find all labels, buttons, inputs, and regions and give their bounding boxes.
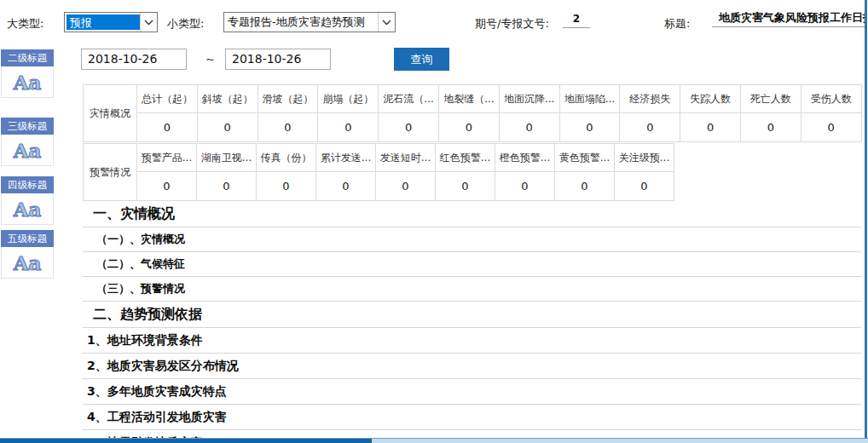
outline-section-title: 1、地址环境背景条件 [87, 333, 203, 348]
major-type-label: 大类型: [7, 16, 43, 32]
date-to-input[interactable]: 2018-10-26 [225, 49, 331, 70]
sidebar-item-body[interactable]: Aa [1, 193, 54, 225]
table-cell-value: 0 [438, 113, 499, 142]
table-column-header: 地裂缝（... [438, 85, 499, 113]
sidebar-item-body[interactable]: Aa [1, 247, 54, 279]
table-column-header: 传真（份） [257, 144, 316, 172]
table-cell-value: 0 [680, 113, 741, 142]
table-column-header: 泥石流（... [379, 85, 439, 113]
document-outline: 一、灾情概况（一）、灾情概况（二）、气候特征（三）、预警情况二、趋势预测依据1、… [83, 201, 861, 443]
table-column-header: 失踪人数 [680, 85, 741, 113]
table-cell-value: 0 [615, 172, 674, 201]
table-cell-value: 0 [197, 113, 258, 142]
chevron-down-icon[interactable] [378, 13, 395, 32]
text-style-aa-icon: Aa [14, 141, 42, 160]
summary-table-warning: 预警情况预警产品...湖南卫视...传真（份）累计发送...发送短时...红色预… [83, 143, 674, 201]
text-style-aa-icon: Aa [14, 199, 42, 219]
outline-section-row[interactable]: 2、地质灾害易发区分布情况 [83, 354, 861, 379]
table-cell-value: 0 [137, 113, 198, 142]
date-range-separator: ~ [205, 53, 215, 66]
table-row-label: 预警情况 [84, 144, 137, 201]
table-column-header: 地面沉降... [499, 85, 559, 113]
horizontal-scrollbar-track[interactable] [372, 439, 868, 443]
sidebar-item-h4[interactable]: 四级标题Aa [1, 176, 54, 225]
table-cell-value: 0 [801, 113, 861, 142]
panel-right-border [865, 0, 867, 443]
table-column-header: 地面塌陷... [559, 85, 620, 113]
table-column-header: 累计发送... [316, 144, 376, 172]
sidebar-item-label[interactable]: 三级标题 [1, 118, 54, 135]
table-cell-value: 0 [379, 113, 439, 142]
outline-section-row[interactable]: 一、灾情概况 [83, 201, 861, 227]
table-column-header: 湖南卫视... [197, 144, 257, 172]
issue-number-label: 期号/专报文号: [475, 16, 549, 32]
sidebar-item-body[interactable]: Aa [1, 135, 54, 166]
table-column-header: 滑坡（起） [258, 85, 318, 113]
table-column-header: 红色预警... [436, 144, 495, 172]
title-field[interactable]: 地质灾害气象风险预报工作日报 [712, 9, 866, 27]
outline-section-title: （三）、预警情况 [96, 281, 185, 296]
sidebar-item-h2[interactable]: 二级标题Aa [1, 49, 54, 98]
sidebar-item-label[interactable]: 二级标题 [1, 49, 54, 66]
chevron-down-icon[interactable] [140, 13, 157, 32]
date-from-input[interactable]: 2018-10-26 [81, 49, 187, 70]
table-column-header: 总计（起） [137, 85, 198, 113]
outline-section-title: 一、灾情概况 [93, 205, 175, 223]
outline-section-title: 3、多年地质灾害成灾特点 [87, 384, 227, 400]
table-cell-value: 0 [740, 113, 801, 142]
outline-section-title: （二）、气候特征 [96, 256, 185, 272]
outline-section-title: 二、趋势预测依据 [93, 306, 202, 324]
table-cell-value: 0 [436, 172, 495, 201]
sidebar-item-label[interactable]: 五级标题 [1, 230, 54, 247]
outline-section-row[interactable]: （二）、气候特征 [83, 252, 861, 277]
table-column-header: 预警产品... [137, 144, 197, 172]
minor-type-value: 专题报告-地质灾害趋势预测 [224, 14, 378, 31]
table-column-header: 发送短时... [376, 144, 436, 172]
table-cell-value: 0 [495, 172, 555, 201]
report-editor-page: 大类型: 预报 小类型: 专题报告-地质灾害趋势预测 期号/专报文号: 2 标题… [0, 0, 868, 443]
outline-section-row[interactable]: 3、多年地质灾害成灾特点 [83, 379, 861, 405]
table-cell-value: 0 [620, 113, 680, 142]
major-type-select[interactable]: 预报 [64, 12, 158, 32]
table-column-header: 受伤人数 [801, 85, 861, 113]
text-style-aa-icon: Aa [14, 253, 42, 273]
sidebar-item-body[interactable]: Aa [1, 66, 54, 98]
table-column-header: 黄色预警... [555, 144, 615, 172]
minor-type-select[interactable]: 专题报告-地质灾害趋势预测 [223, 12, 396, 32]
table-column-header: 斜坡（起） [197, 85, 258, 113]
outline-section-row[interactable]: 4、工程活动引发地质灾害 [83, 405, 861, 430]
table-cell-value: 0 [559, 113, 620, 142]
summary-table-disaster: 灾情概况总计（起）斜坡（起）滑坡（起）崩塌（起）泥石流（...地裂缝（...地面… [83, 84, 862, 142]
outline-section-row[interactable]: （一）、灾情概况 [83, 227, 861, 252]
table-cell-value: 0 [258, 113, 318, 142]
sidebar-item-h3[interactable]: 三级标题Aa [1, 118, 54, 166]
table-cell-value: 0 [499, 113, 559, 142]
table-cell-value: 0 [555, 172, 615, 201]
table-cell-value: 0 [257, 172, 316, 201]
table-column-header: 橙色预警... [495, 144, 555, 172]
table-cell-value: 0 [137, 172, 197, 201]
sidebar-item-h5[interactable]: 五级标题Aa [1, 230, 54, 279]
table-column-header: 经济损失 [620, 85, 680, 113]
table-cell-value: 0 [318, 113, 379, 142]
major-type-value: 预报 [67, 14, 140, 30]
text-style-aa-icon: Aa [14, 72, 42, 92]
query-button[interactable]: 查询 [394, 48, 449, 71]
title-label: 标题: [664, 16, 690, 32]
table-cell-value: 0 [376, 172, 436, 201]
table-column-header: 死亡人数 [740, 85, 801, 113]
outline-section-row[interactable]: （三）、预警情况 [83, 277, 861, 302]
table-column-header: 关注级预... [615, 144, 674, 172]
outline-section-title: （一）、灾情概况 [96, 232, 185, 247]
table-row-label: 灾情概况 [84, 85, 137, 142]
outline-section-title: 4、工程活动引发地质灾害 [87, 410, 227, 425]
horizontal-scrollbar-thumb[interactable] [0, 439, 372, 443]
table-cell-value: 0 [197, 172, 257, 201]
outline-section-row[interactable]: 二、趋势预测依据 [83, 302, 861, 328]
outline-section-row[interactable]: 1、地址环境背景条件 [83, 328, 861, 354]
table-column-header: 崩塌（起） [318, 85, 379, 113]
table-cell-value: 0 [316, 172, 376, 201]
issue-number-field[interactable]: 2 [563, 10, 590, 28]
sidebar-item-label[interactable]: 四级标题 [1, 176, 54, 193]
outline-section-title: 2、地质灾害易发区分布情况 [87, 359, 239, 374]
